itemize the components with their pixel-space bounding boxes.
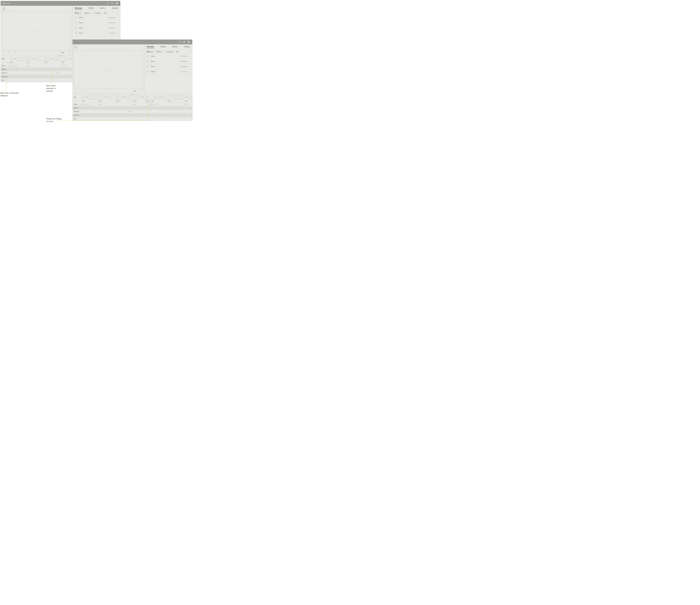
tab-publish[interactable]: Publish: [160, 46, 166, 48]
track-search-icon[interactable]: [76, 100, 77, 102]
chevron-down-icon[interactable]: ⌄: [79, 111, 81, 112]
chevron-down-icon[interactable]: ⌄: [7, 72, 9, 74]
track-segment[interactable]: [44, 64, 61, 68]
subtab-faces[interactable]: Faces (4): [74, 12, 81, 14]
clip-cell[interactable]: 4: [136, 95, 147, 100]
clip-cell[interactable]: [92, 95, 100, 100]
tab-metadata[interactable]: Metadata: [147, 46, 154, 48]
track-segment[interactable]: [116, 106, 133, 110]
clip-cell[interactable]: 5: [9, 56, 20, 61]
track-segment[interactable]: [81, 106, 98, 110]
add-button[interactable]: [74, 46, 77, 49]
face-row[interactable]: Face 41 instance⌄: [145, 69, 192, 74]
search-icon[interactable]: [116, 12, 118, 14]
face-row[interactable]: Face 41 instance⌄: [73, 30, 120, 36]
chevron-down-icon[interactable]: ⌄: [7, 65, 8, 67]
track-segment[interactable]: [116, 113, 133, 117]
track-segment[interactable]: [184, 110, 192, 113]
tab-metadata[interactable]: Metadata: [75, 7, 82, 10]
track-segment[interactable]: [98, 110, 116, 113]
track-segment[interactable]: [150, 106, 167, 110]
track-segment[interactable]: [81, 110, 98, 113]
track-segment[interactable]: [150, 117, 167, 121]
add-button[interactable]: [2, 7, 5, 10]
subtab-text[interactable]: Text: [176, 51, 179, 52]
clip-cell[interactable]: [129, 95, 136, 100]
clip-cell[interactable]: [38, 56, 46, 61]
face-row[interactable]: Face 14 instances⌄: [145, 54, 192, 59]
track-search-icon[interactable]: [4, 61, 5, 63]
track-segment[interactable]: [98, 113, 116, 117]
clip-cell[interactable]: 2: [181, 95, 192, 100]
face-row[interactable]: Face 14 instances⌄: [73, 15, 120, 20]
chevron-down-icon[interactable]: ⌄: [117, 22, 118, 24]
remove-track-icon[interactable]: −: [6, 61, 7, 63]
step-back-icon[interactable]: [7, 51, 10, 54]
step-fwd-icon[interactable]: [13, 51, 16, 54]
volume-icon[interactable]: [141, 90, 143, 93]
track-segment[interactable]: [81, 103, 98, 106]
clip-cell[interactable]: [174, 95, 181, 100]
chevron-down-icon[interactable]: ⌄: [7, 80, 8, 81]
volume-icon[interactable]: [69, 51, 71, 54]
tab-settings[interactable]: Settings: [184, 46, 190, 48]
track-segment[interactable]: [167, 106, 184, 110]
track-segment[interactable]: [26, 71, 44, 75]
subtab-hotspots[interactable]: Hotspots: [95, 12, 101, 14]
track-segment[interactable]: [9, 75, 26, 78]
clip-cell[interactable]: [110, 95, 118, 100]
track-segment[interactable]: [9, 68, 26, 71]
panel-drag-handle[interactable]: [73, 94, 192, 95]
face-row[interactable]: Face 22 instances⌄: [145, 59, 192, 64]
remove-track-icon[interactable]: −: [78, 100, 79, 102]
chevron-down-icon[interactable]: ⌄: [117, 32, 118, 34]
chevron-down-icon[interactable]: ⌄: [117, 27, 118, 29]
chevron-down-icon[interactable]: ⌄: [79, 118, 80, 120]
face-row[interactable]: Face 35 instances⌄: [145, 64, 192, 69]
track-segment[interactable]: [167, 110, 184, 113]
track-segment[interactable]: [81, 113, 98, 117]
subtab-faces[interactable]: Faces (4): [146, 51, 153, 53]
tab-metrics[interactable]: Metrics: [172, 46, 178, 48]
status-dot-icon[interactable]: [106, 2, 109, 5]
face-row[interactable]: Face 35 instances⌄: [73, 25, 120, 30]
chevron-down-icon[interactable]: ⌄: [79, 104, 80, 105]
step-back-icon[interactable]: [79, 90, 82, 93]
clip-cell[interactable]: 2: [46, 56, 57, 61]
chevron-down-icon[interactable]: ⌄: [189, 71, 190, 73]
tab-publish[interactable]: Publish: [88, 7, 94, 10]
track-segment[interactable]: [150, 113, 167, 117]
track-segment[interactable]: [184, 117, 192, 121]
close-icon[interactable]: ✕: [150, 101, 151, 102]
status-dot-icon[interactable]: [178, 41, 181, 43]
subtab-objects[interactable]: Objects (2): [84, 12, 92, 14]
chevron-down-icon[interactable]: ⌄: [117, 17, 118, 19]
track-segment[interactable]: [167, 117, 184, 121]
chevron-down-icon[interactable]: ⌄: [189, 55, 190, 57]
track-segment[interactable]: [184, 106, 192, 110]
play-icon[interactable]: [2, 51, 4, 54]
track-segment[interactable]: [116, 110, 133, 113]
step-fwd-icon[interactable]: [85, 90, 88, 93]
track-segment[interactable]: [26, 64, 44, 68]
add-track-icon[interactable]: +: [74, 100, 74, 102]
track-segment[interactable]: [9, 78, 26, 82]
track-segment[interactable]: [167, 103, 184, 106]
tab-metrics[interactable]: Metrics: [100, 7, 106, 10]
subtab-text[interactable]: Text: [104, 12, 107, 14]
clip-cell[interactable]: 3: [28, 56, 38, 61]
track-segment[interactable]: [9, 64, 26, 68]
tab-settings[interactable]: Settings: [112, 7, 118, 10]
face-row[interactable]: Face 22 instances⌄: [73, 20, 120, 25]
clip-cell[interactable]: 2: [118, 95, 129, 100]
track-segment[interactable]: [184, 113, 192, 117]
layout-icon[interactable]: [183, 41, 185, 43]
clip-cell[interactable]: 5: [81, 95, 92, 100]
play-icon[interactable]: [74, 90, 76, 93]
user-avatar-icon[interactable]: [116, 2, 118, 5]
clip-cell[interactable]: [20, 56, 28, 61]
track-segment[interactable]: [26, 78, 44, 82]
subtab-objects[interactable]: Objects (2): [156, 51, 164, 52]
chevron-down-icon[interactable]: ⌄: [189, 60, 190, 62]
search-icon[interactable]: [188, 51, 190, 53]
